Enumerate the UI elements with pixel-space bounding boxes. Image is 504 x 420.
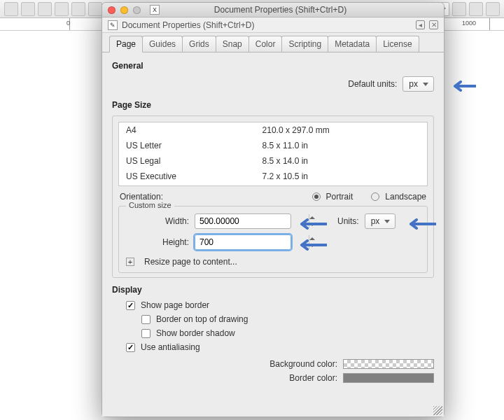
height-input[interactable] <box>195 235 309 249</box>
tool-icon[interactable] <box>88 2 102 16</box>
default-units-select[interactable]: px <box>402 76 434 92</box>
close-pane-icon[interactable]: ✕ <box>429 20 438 29</box>
show-border-checkbox[interactable] <box>126 301 135 310</box>
tool-icon[interactable] <box>452 2 466 16</box>
tab-license[interactable]: License <box>376 36 419 52</box>
tool-icon[interactable] <box>469 2 483 16</box>
list-item: US Legal8.5 x 14.0 in <box>119 153 427 169</box>
close-icon[interactable] <box>108 6 115 14</box>
tool-icon[interactable] <box>486 2 500 16</box>
annotation-arrow <box>404 218 436 230</box>
width-spinbox[interactable] <box>195 214 291 229</box>
resize-to-content[interactable]: Resize page to content... <box>144 257 237 267</box>
annotation-arrow <box>295 218 327 230</box>
general-heading: General <box>112 61 434 71</box>
annotation-arrow <box>448 80 476 92</box>
display-heading: Display <box>112 285 434 295</box>
document-properties-dialog: X Document Properties (Shift+Ctrl+D) ✎ D… <box>102 2 444 417</box>
antialias-checkbox[interactable] <box>126 343 135 352</box>
page-tab-pane: General Default units: px Page Size A421… <box>102 52 444 416</box>
height-spinbox[interactable] <box>195 234 291 250</box>
tool-icon[interactable] <box>38 2 52 16</box>
tab-bar: Page Guides Grids Snap Color Scripting M… <box>102 33 444 52</box>
dialog-subtitlebar: ✎ Document Properties (Shift+Ctrl+D) ◂ ✕ <box>102 18 444 33</box>
width-input[interactable] <box>195 214 309 228</box>
height-label: Height: <box>126 237 189 247</box>
dialog-title: Document Properties (Shift+Ctrl+D) <box>122 5 438 15</box>
custom-units-select[interactable]: px <box>365 214 396 229</box>
properties-icon: ✎ <box>108 20 118 30</box>
portrait-label: Portrait <box>326 192 354 202</box>
border-on-top-checkbox[interactable] <box>141 315 150 324</box>
resize-grip-icon[interactable] <box>433 406 442 415</box>
units-label: Units: <box>337 216 359 226</box>
pagesize-list[interactable]: A4210.0 x 297.0 mm US Letter8.5 x 11.0 i… <box>118 122 428 186</box>
orientation-label: Orientation: <box>120 192 163 202</box>
landscape-label: Landscape <box>385 192 426 202</box>
bordercolor-label: Border color: <box>289 373 337 383</box>
antialias-label: Use antialiasing <box>141 342 200 352</box>
tool-icon[interactable] <box>71 2 85 16</box>
tab-guides[interactable]: Guides <box>142 36 183 52</box>
tab-metadata[interactable]: Metadata <box>328 36 377 52</box>
dock-icon[interactable]: ◂ <box>416 20 425 29</box>
tab-snap[interactable]: Snap <box>216 36 249 52</box>
show-shadow-label: Show border shadow <box>156 328 235 338</box>
show-shadow-checkbox[interactable] <box>141 329 150 338</box>
list-item: US Executive7.2 x 10.5 in <box>119 169 427 184</box>
pagesize-heading: Page Size <box>112 100 434 110</box>
bgcolor-swatch[interactable] <box>343 359 434 369</box>
tab-color[interactable]: Color <box>248 36 283 52</box>
dialog-subtitle: Document Properties (Shift+Ctrl+D) <box>122 20 254 30</box>
default-units-label: Default units: <box>348 79 397 89</box>
portrait-radio[interactable] <box>312 192 321 201</box>
bordercolor-swatch[interactable] <box>343 373 434 383</box>
width-label: Width: <box>126 216 189 226</box>
tool-icon[interactable] <box>4 2 18 16</box>
tab-page[interactable]: Page <box>109 36 143 52</box>
list-item: US Letter8.5 x 11.0 in <box>119 138 427 153</box>
tool-icon[interactable] <box>21 2 35 16</box>
annotation-arrow <box>295 239 327 251</box>
tab-scripting[interactable]: Scripting <box>281 36 328 52</box>
border-on-top-label: Border on top of drawing <box>156 314 248 324</box>
expander-icon[interactable]: + <box>126 258 134 266</box>
tool-icon[interactable] <box>55 2 69 16</box>
show-border-label: Show page border <box>141 300 209 310</box>
landscape-radio[interactable] <box>371 192 379 201</box>
dialog-titlebar[interactable]: X Document Properties (Shift+Ctrl+D) <box>102 3 444 18</box>
list-item: A4210.0 x 297.0 mm <box>119 122 427 138</box>
bgcolor-label: Background color: <box>270 359 337 369</box>
tab-grids[interactable]: Grids <box>182 36 216 52</box>
customsize-legend: Custom size <box>126 201 174 209</box>
